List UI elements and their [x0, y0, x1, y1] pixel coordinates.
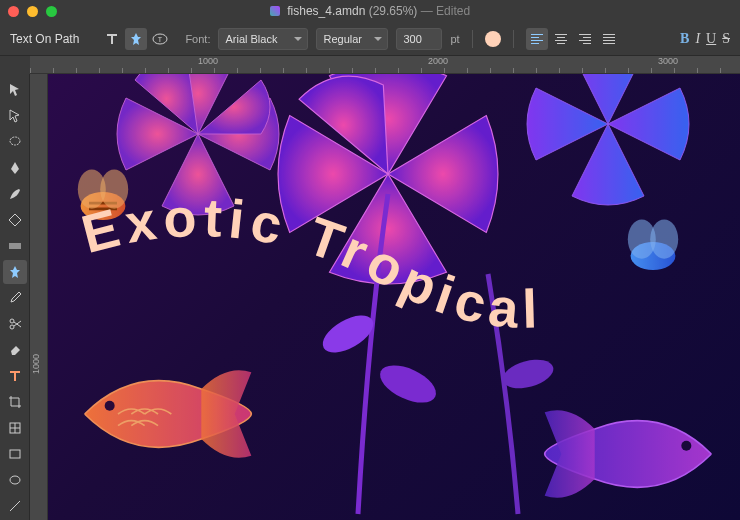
brush-tool[interactable] [3, 182, 27, 206]
font-size-value: 300 [403, 33, 421, 45]
slice-tool[interactable] [3, 416, 27, 440]
text-tool[interactable] [3, 364, 27, 388]
document-icon [270, 6, 280, 16]
workspace: 1000 [0, 74, 740, 520]
direct-select-tool[interactable] [3, 104, 27, 128]
text-on-path-button[interactable] [125, 28, 147, 50]
underline-button[interactable]: U [706, 31, 716, 47]
align-right-button[interactable] [574, 28, 596, 50]
text-shape-icon: T [152, 33, 168, 45]
separator [472, 30, 473, 48]
font-label: Font: [185, 33, 210, 45]
align-left-button[interactable] [526, 28, 548, 50]
crop-tool[interactable] [3, 390, 27, 414]
eraser-icon [8, 343, 22, 357]
close-window-button[interactable] [8, 6, 19, 17]
align-justify-button[interactable] [598, 28, 620, 50]
zoom-window-button[interactable] [46, 6, 57, 17]
italic-button[interactable]: I [695, 31, 700, 47]
ruler-tick-label: 2000 [428, 56, 448, 66]
font-weight-value: Regular [323, 33, 362, 45]
scissors-icon [8, 317, 22, 331]
strikethrough-button[interactable]: S [722, 31, 730, 47]
bee-illustration [58, 164, 148, 234]
text-tool-icon [105, 32, 119, 46]
svg-point-11 [500, 355, 557, 394]
eraser-tool[interactable] [3, 338, 27, 362]
align-justify-icon [603, 34, 615, 44]
document-filename: fishes_4.amdn [287, 4, 365, 18]
vertical-ruler[interactable]: 1000 [30, 74, 48, 520]
window-titlebar: fishes_4.amdn (29.65%) — Edited [0, 0, 740, 22]
brush-icon [8, 187, 22, 201]
pin-icon [129, 32, 143, 46]
svg-point-17 [650, 220, 678, 259]
ellipse-icon [8, 473, 22, 487]
scissors-tool[interactable] [3, 312, 27, 336]
window-controls [8, 6, 57, 17]
gradient-tool[interactable] [3, 234, 27, 258]
text-fill-swatch[interactable] [485, 31, 501, 47]
ruler-tick-label: 1000 [31, 354, 41, 374]
document-status: — Edited [421, 4, 470, 18]
crop-icon [8, 395, 22, 409]
ruler-tick-label: 3000 [658, 56, 678, 66]
shape-tool[interactable] [3, 208, 27, 232]
arrow-outline-icon [8, 109, 22, 123]
fish-illustration [528, 394, 728, 514]
lasso-tool[interactable] [3, 130, 27, 154]
standard-text-button[interactable] [101, 28, 123, 50]
canvas-artwork: Exotic Tropical [48, 74, 740, 520]
arrow-cursor-icon [8, 83, 22, 97]
text-style-group: B I U S [680, 31, 730, 47]
horizontal-ruler[interactable]: px 1000 2000 3000 [30, 56, 740, 74]
pen-tool[interactable] [3, 156, 27, 180]
svg-point-4 [10, 319, 14, 323]
text-in-shape-button[interactable]: T [149, 28, 171, 50]
toolbox [0, 74, 30, 520]
svg-point-18 [105, 401, 115, 411]
document-title: fishes_4.amdn (29.65%) — Edited [0, 4, 740, 18]
svg-point-14 [100, 170, 128, 209]
minimize-window-button[interactable] [27, 6, 38, 17]
svg-rect-7 [10, 450, 20, 458]
eyedropper-icon [8, 291, 22, 305]
ellipse-tool[interactable] [3, 468, 27, 492]
align-center-icon [555, 34, 567, 44]
text-on-path-tool[interactable] [3, 260, 27, 284]
separator [513, 30, 514, 48]
align-left-icon [531, 34, 543, 44]
svg-point-2 [10, 137, 20, 145]
move-tool[interactable] [3, 78, 27, 102]
options-bar: Text On Path T Font: Arial Black Regular… [0, 22, 740, 56]
text-tool-mode-group: T [101, 28, 171, 50]
text-tool-icon [8, 369, 22, 383]
fish-illustration [68, 354, 268, 474]
font-weight-select[interactable]: Regular [316, 28, 388, 50]
canvas-viewport[interactable]: Exotic Tropical [48, 74, 740, 520]
gradient-icon [8, 239, 22, 253]
font-family-select[interactable]: Arial Black [218, 28, 308, 50]
svg-point-8 [10, 476, 20, 484]
lasso-icon [8, 135, 22, 149]
eyedropper-tool[interactable] [3, 286, 27, 310]
svg-point-10 [374, 358, 441, 411]
alignment-group [526, 28, 620, 50]
font-size-input[interactable]: 300 [396, 28, 442, 50]
svg-rect-3 [9, 243, 21, 249]
font-size-unit: pt [450, 33, 459, 45]
rectangle-tool[interactable] [3, 442, 27, 466]
align-right-icon [579, 34, 591, 44]
pen-nib-icon [8, 161, 22, 175]
slice-icon [8, 421, 22, 435]
line-icon [8, 499, 22, 513]
document-zoom: (29.65%) [369, 4, 418, 18]
diamond-icon [8, 213, 22, 227]
svg-point-19 [681, 441, 691, 451]
align-center-button[interactable] [550, 28, 572, 50]
bold-button[interactable]: B [680, 31, 689, 47]
current-tool-label: Text On Path [10, 32, 79, 46]
line-tool[interactable] [3, 494, 27, 518]
svg-point-5 [10, 325, 14, 329]
rectangle-icon [8, 447, 22, 461]
